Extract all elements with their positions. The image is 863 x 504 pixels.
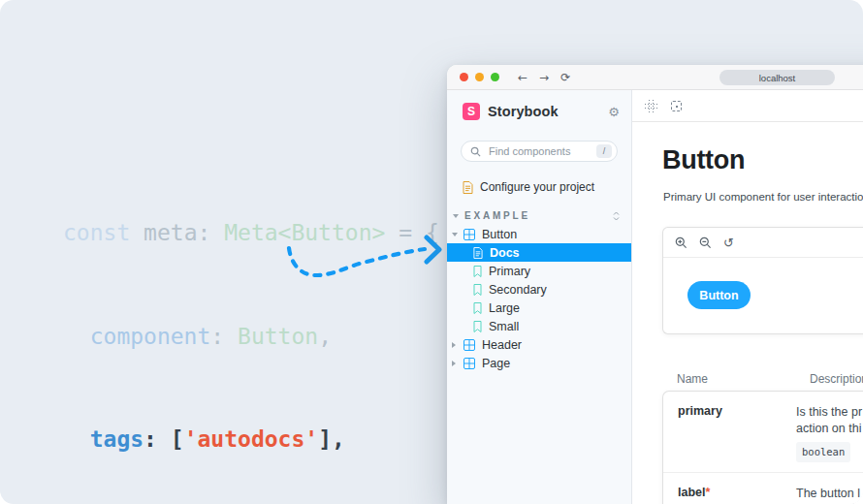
chevron-right-icon <box>452 361 456 366</box>
sidebar-item-small[interactable]: Small <box>447 317 631 335</box>
sidebar-item-button[interactable]: Button <box>447 225 631 243</box>
tree-item-label: Primary <box>489 265 530 278</box>
minimize-window-icon[interactable] <box>475 73 484 81</box>
browser-titlebar: ← → ⟳ localhost <box>447 65 863 90</box>
tree-item-label: Button <box>482 228 517 241</box>
sidebar-item-page[interactable]: Page <box>447 354 631 372</box>
zoom-reset-icon[interactable]: ↺ <box>723 236 734 249</box>
column-description: Description <box>810 372 863 386</box>
arg-name: primary <box>678 404 796 462</box>
tree-item-label: Header <box>482 338 522 352</box>
browser-window: ← → ⟳ localhost S Storybook ⚙ / <box>447 65 863 504</box>
canvas-toolbar <box>632 90 863 122</box>
code-snippet: const meta: Meta<Button> = { component: … <box>63 147 453 504</box>
chevron-down-icon <box>452 233 458 236</box>
component-icon <box>463 339 475 351</box>
column-name: Name <box>677 372 810 386</box>
arg-description: Is this the pr action on thi boolean <box>796 404 863 462</box>
slash-shortcut-badge: / <box>596 144 612 158</box>
code-token: Button <box>238 324 318 349</box>
brand-title: Storybook <box>488 104 559 119</box>
maximize-window-icon[interactable] <box>491 73 499 81</box>
sidebar-item-large[interactable]: Large <box>447 299 631 317</box>
tree-item-label: Docs <box>490 246 520 260</box>
sidebar-item-label: Configure your project <box>480 180 594 194</box>
sidebar-item-primary[interactable]: Primary <box>447 262 631 280</box>
zoom-out-icon[interactable] <box>699 236 712 249</box>
document-icon <box>463 181 473 194</box>
bookmark-icon <box>473 284 482 296</box>
document-icon <box>473 247 483 259</box>
code-token: ], <box>318 426 345 452</box>
page-title: Button <box>662 145 745 174</box>
table-row: primary Is this the pr action on thi boo… <box>663 392 863 473</box>
sidebar-section-example[interactable]: EXAMPLE <box>453 209 620 222</box>
search-box[interactable]: / <box>461 141 618 162</box>
code-token: const <box>63 220 144 245</box>
page-subtitle: Primary UI component for user interactio… <box>663 191 863 203</box>
zoom-in-icon[interactable] <box>675 236 687 249</box>
args-table-header: Name Description <box>677 372 863 386</box>
chevron-right-icon <box>452 342 456 348</box>
back-icon[interactable]: ← <box>518 72 527 83</box>
docs-pane: Button Primary UI component for user int… <box>632 90 863 504</box>
forward-icon[interactable]: → <box>539 72 549 83</box>
component-icon <box>463 229 475 240</box>
required-asterisk: * <box>706 486 711 499</box>
story-tree: Button Docs Primary Secondary <box>447 225 631 372</box>
bookmark-icon <box>473 302 482 314</box>
preview-toolbar: ↺ <box>663 228 863 258</box>
arg-name: label* <box>678 486 796 504</box>
arg-description: The button l string <box>796 486 863 504</box>
sidebar-item-configure[interactable]: Configure your project <box>463 180 594 194</box>
code-token: meta: <box>144 220 224 245</box>
preview-canvas: Button <box>663 258 863 333</box>
address-bar[interactable]: localhost <box>719 70 835 85</box>
code-token: : <box>210 324 238 349</box>
chevron-down-icon <box>453 214 459 218</box>
args-table: primary Is this the pr action on thi boo… <box>662 391 863 504</box>
storybook-sidebar: S Storybook ⚙ / Configure your project E… <box>447 90 632 504</box>
measure-icon[interactable] <box>671 101 682 111</box>
story-preview-card: ↺ Button <box>662 227 863 334</box>
close-window-icon[interactable] <box>460 73 468 81</box>
table-row: label* The button l string <box>663 473 863 504</box>
hero-banner: const meta: Meta<Button> = { component: … <box>0 0 863 504</box>
code-token: , <box>318 324 332 349</box>
sidebar-item-secondary[interactable]: Secondary <box>447 280 631 299</box>
tree-item-label: Secondary <box>489 283 547 297</box>
code-token: tags <box>63 426 144 452</box>
sidebar-item-docs-selected[interactable]: Docs <box>447 243 631 262</box>
docs-content: Button Primary UI component for user int… <box>632 122 863 504</box>
annotation-arrow-icon <box>281 233 451 291</box>
code-highlighted-line: tags: ['autodocs'], <box>63 423 453 457</box>
sidebar-item-header[interactable]: Header <box>447 335 631 354</box>
arg-type-badge: boolean <box>796 442 850 462</box>
search-input[interactable] <box>487 144 584 158</box>
tree-item-label: Small <box>489 320 519 333</box>
component-icon <box>463 358 475 369</box>
code-token: component <box>63 324 210 349</box>
tree-item-label: Page <box>482 357 510 370</box>
collapse-expand-icon[interactable] <box>613 211 620 221</box>
grid-toggle-icon[interactable] <box>645 100 657 112</box>
section-label: EXAMPLE <box>464 210 530 221</box>
storybook-logo: S <box>463 103 480 120</box>
search-icon <box>470 146 481 157</box>
gear-icon[interactable]: ⚙ <box>608 106 620 118</box>
reload-icon[interactable]: ⟳ <box>560 72 570 83</box>
bookmark-icon <box>473 266 482 277</box>
bookmark-icon <box>473 321 482 332</box>
code-token: : [ <box>144 426 184 452</box>
tree-item-label: Large <box>489 301 520 315</box>
preview-button[interactable]: Button <box>687 281 751 309</box>
code-token-autodocs: 'autodocs' <box>184 426 318 452</box>
